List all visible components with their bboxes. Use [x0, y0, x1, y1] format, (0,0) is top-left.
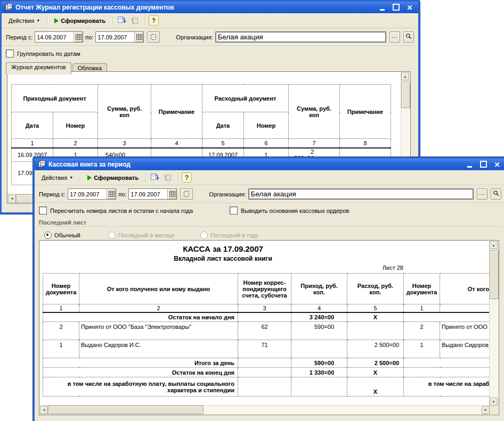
- period-from-label: Период с:: [6, 34, 32, 40]
- period-to-label: по:: [85, 34, 93, 40]
- journal-params: Период с: по: Организация: ...: [2, 28, 418, 46]
- col-header: Дата: [202, 112, 244, 139]
- col-header: Примечание: [340, 85, 391, 139]
- col-number: 2: [440, 304, 490, 312]
- date-from-input[interactable]: [68, 189, 107, 199]
- restore-settings-icon[interactable]: [149, 172, 161, 183]
- generate-button[interactable]: Сформировать: [84, 172, 142, 183]
- toolbar-separator: [178, 173, 178, 183]
- col-header: Приход, руб. коп.: [291, 274, 347, 304]
- desktop: Отчет Журнал регистрации кассовых докуме…: [0, 0, 504, 421]
- scroll-up-button[interactable]: ▲: [490, 241, 498, 249]
- calendar-icon[interactable]: [107, 189, 116, 199]
- col-number: 2: [79, 304, 238, 312]
- help-button[interactable]: ?: [149, 15, 159, 26]
- col-number: 7: [289, 139, 340, 148]
- summary-row: Итого за день 590=00 2 500=00 Итого за д…: [43, 358, 490, 368]
- cashbook-table: Номер документа От кого получено или ком…: [43, 273, 490, 397]
- minimize-button[interactable]: [378, 4, 386, 12]
- period-from-label: Период с:: [39, 191, 66, 197]
- date-from-input[interactable]: [35, 32, 74, 42]
- date-to-input[interactable]: [129, 189, 167, 199]
- col-header: Примечание: [151, 85, 202, 139]
- maximize-icon: [480, 161, 487, 168]
- calendar-icon[interactable]: [167, 189, 176, 199]
- scroll-right-button[interactable]: ►: [482, 406, 490, 414]
- report-subtitle: Вкладной лист кассовой книги: [43, 255, 403, 262]
- magnifier-icon: [493, 190, 499, 196]
- show-order-basis-checkbox[interactable]: [230, 207, 238, 214]
- close-button[interactable]: ✕: [405, 4, 414, 12]
- help-button[interactable]: ?: [182, 172, 192, 183]
- scroll-up-button[interactable]: ▲: [401, 72, 409, 80]
- recalc-sheets-checkbox[interactable]: [39, 207, 47, 214]
- last-sheet-group: Последний лист: [35, 217, 504, 228]
- save-settings-icon: [130, 15, 142, 26]
- summary-row: Остаток на конец дня 1 330=00 X Остаток …: [43, 368, 490, 377]
- restore-settings-icon[interactable]: [116, 15, 128, 26]
- tab-journal-documents[interactable]: Журнал документов: [6, 62, 71, 75]
- toolbar-separator: [112, 16, 113, 26]
- dropdown-caret-icon: ▼: [69, 175, 73, 180]
- radio-icon: [44, 232, 52, 239]
- maximize-button[interactable]: [392, 4, 400, 12]
- actions-menu-button[interactable]: Действия ▼: [38, 172, 77, 183]
- col-number: 2: [53, 139, 98, 148]
- radio-icon: [200, 232, 208, 239]
- report-title: КАССА за 17.09.2007: [43, 244, 403, 253]
- window-title: Отчет Журнал регистрации кассовых докуме…: [15, 4, 174, 11]
- cash-book-window: Кассовая книга за период ✕ Действия ▼ Сф…: [33, 157, 504, 421]
- minimize-icon: [467, 166, 472, 168]
- organization-choose-button[interactable]: ...: [389, 31, 400, 43]
- magnifier-icon: [405, 33, 412, 39]
- minimize-button[interactable]: [465, 161, 474, 169]
- calendar-icon[interactable]: [74, 32, 83, 42]
- organization-input[interactable]: [249, 189, 473, 199]
- report-window-icon: [38, 160, 46, 169]
- col-number: 3: [98, 139, 151, 148]
- generate-button[interactable]: Сформировать: [51, 15, 109, 26]
- col-header: Номер документа: [404, 274, 440, 304]
- organization-search-button[interactable]: [403, 31, 414, 43]
- cashbook-toolbar: Действия ▼ Сформировать ?: [35, 170, 504, 185]
- save-settings-icon: [163, 172, 175, 183]
- play-icon: [87, 175, 92, 180]
- col-number: 1: [404, 304, 440, 312]
- journal-titlebar[interactable]: Отчет Журнал регистрации кассовых докуме…: [2, 2, 418, 13]
- scroll-left-button[interactable]: ◄: [40, 406, 48, 414]
- col-header: Сумма, руб. коп: [289, 85, 340, 139]
- summary-row: Остаток на начало дня 3 240=00 X Остаток…: [43, 312, 490, 322]
- cashbook-titlebar[interactable]: Кассовая книга за период ✕: [35, 159, 504, 170]
- toolbar-separator: [145, 173, 146, 183]
- period-icon: [151, 34, 156, 40]
- maximize-button[interactable]: [479, 161, 487, 169]
- radio-normal[interactable]: Обычный: [44, 232, 80, 239]
- calendar-icon[interactable]: [134, 32, 143, 42]
- actions-menu-button[interactable]: Действия ▼: [5, 15, 44, 26]
- scrollbar-thumb[interactable]: [48, 406, 204, 414]
- horizontal-scrollbar[interactable]: ◄ ►: [40, 405, 490, 414]
- group-by-dates-checkbox[interactable]: [6, 49, 14, 57]
- col-header: Номер коррес-пондирующего счета, субсчет…: [238, 274, 291, 304]
- period-settings-button[interactable]: [147, 31, 160, 43]
- organization-search-button[interactable]: [491, 188, 501, 200]
- col-header: Номер документа: [43, 274, 79, 304]
- scrollbar-thumb[interactable]: [490, 250, 499, 299]
- scrollbar-thumb[interactable]: [401, 81, 410, 108]
- vertical-scrollbar[interactable]: ▲ ▼: [489, 241, 498, 406]
- cashbook-options-row: Пересчитать номера листов и остатки с на…: [35, 204, 504, 217]
- group-by-dates-row: Группировать по датам: [2, 47, 418, 60]
- scroll-down-button[interactable]: ▼: [490, 398, 498, 406]
- scroll-left-button[interactable]: ◄: [8, 195, 16, 203]
- col-header: Дата: [12, 112, 53, 139]
- col-header: Номер: [53, 112, 98, 139]
- close-button[interactable]: ✕: [493, 161, 501, 169]
- col-number: 6: [244, 139, 289, 148]
- organization-choose-button[interactable]: ...: [477, 188, 487, 200]
- col-number: 8: [340, 139, 391, 148]
- date-to-input[interactable]: [96, 32, 134, 42]
- organization-input[interactable]: [216, 32, 386, 42]
- summary-row: в том числе на заработную плату, выплаты…: [43, 377, 490, 397]
- col-number: 1: [43, 304, 79, 312]
- period-settings-button[interactable]: [180, 188, 193, 200]
